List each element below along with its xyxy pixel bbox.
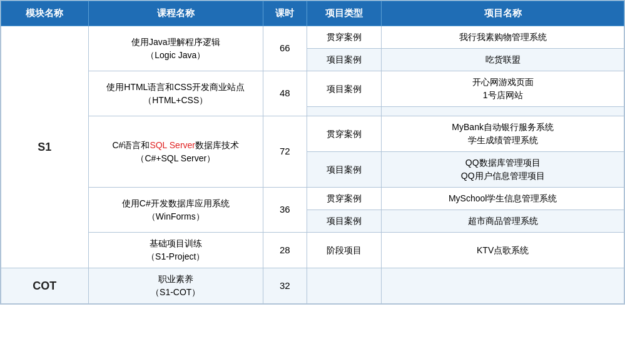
table-cell: 阶段项目 xyxy=(307,233,382,268)
table-cell: 使用C#开发数据库应用系统（WinForms） xyxy=(88,188,263,233)
table-cell: 贯穿案例 xyxy=(307,188,382,210)
table-cell: 贯穿案例 xyxy=(307,116,382,152)
table-cell: 36 xyxy=(263,188,307,233)
table-cell xyxy=(382,268,624,304)
table-cell xyxy=(382,107,624,116)
table-cell: COT xyxy=(1,268,89,304)
table-cell: 开心网游戏页面1号店网站 xyxy=(382,71,624,107)
header-module: 模块名称 xyxy=(1,1,89,26)
table-cell: 32 xyxy=(263,268,307,304)
table-cell: S1 xyxy=(1,26,89,268)
table-cell: 我行我素购物管理系统 xyxy=(382,26,624,49)
table-cell xyxy=(307,268,382,304)
header-course: 课程名称 xyxy=(88,1,263,26)
table-cell: C#语言和SQL Server数据库技术（C#+SQL Server） xyxy=(88,116,263,188)
table-cell: 超市商品管理系统 xyxy=(382,210,624,233)
header-name: 项目名称 xyxy=(382,1,624,26)
table-cell: MySchool学生信息管理系统 xyxy=(382,188,624,210)
table-cell: 项目案例 xyxy=(307,49,382,71)
table-cell: 项目案例 xyxy=(307,210,382,233)
table-cell: MyBank自动银行服务系统学生成绩管理系统 xyxy=(382,116,624,152)
table-cell xyxy=(307,107,382,116)
header-hours: 课时 xyxy=(263,1,307,26)
table-cell: KTV点歌系统 xyxy=(382,233,624,268)
table-cell: 项目案例 xyxy=(307,71,382,107)
table-cell: 28 xyxy=(263,233,307,268)
table-cell: 项目案例 xyxy=(307,152,382,188)
table-cell: QQ数据库管理项目QQ用户信息管理项目 xyxy=(382,152,624,188)
table-cell: 66 xyxy=(263,26,307,71)
table-cell: 吃货联盟 xyxy=(382,49,624,71)
header-type: 项目类型 xyxy=(307,1,382,26)
table-cell: 职业素养（S1-COT） xyxy=(88,268,263,304)
table-cell: 使用HTML语言和CSS开发商业站点（HTML+CSS） xyxy=(88,71,263,116)
table-cell: 基础项目训练（S1-Project） xyxy=(88,233,263,268)
table-cell: 使用Java理解程序逻辑（Logic Java） xyxy=(88,26,263,71)
table-cell: 48 xyxy=(263,71,307,116)
table-cell: 贯穿案例 xyxy=(307,26,382,49)
main-table: 模块名称 课程名称 课时 项目类型 项目名称 S1使用Java理解程序逻辑（Lo… xyxy=(1,1,624,304)
table-cell: 72 xyxy=(263,116,307,188)
